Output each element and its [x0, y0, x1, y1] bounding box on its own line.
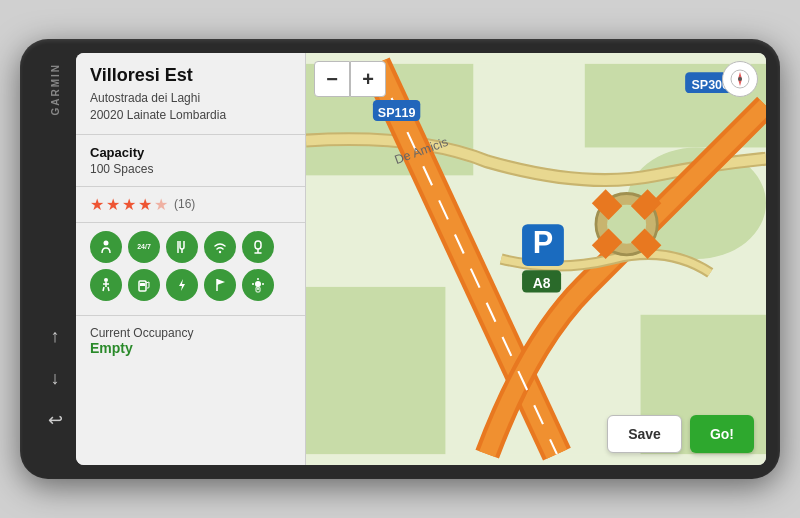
- compass-button[interactable]: [722, 61, 758, 97]
- star-4: ★: [138, 195, 152, 214]
- rating-count: (16): [174, 197, 195, 211]
- occupancy-section: Current Occupancy Empty: [76, 316, 305, 366]
- amenity-24h-icon[interactable]: 24/7: [128, 231, 160, 263]
- poi-header: Villoresi Est Autostrada dei Laghi 20020…: [76, 53, 305, 135]
- capacity-value: 100 Spaces: [90, 162, 291, 176]
- go-button[interactable]: Go!: [690, 415, 754, 453]
- save-button[interactable]: Save: [607, 415, 682, 453]
- address-line2: 20020 Lainate Lombardia: [90, 108, 226, 122]
- amenity-restaurant-icon[interactable]: [166, 231, 198, 263]
- svg-rect-4: [255, 241, 261, 249]
- occupancy-value: Empty: [90, 340, 291, 356]
- amenity-row-2: [90, 269, 291, 301]
- svg-point-34: [738, 77, 742, 81]
- poi-address: Autostrada dei Laghi 20020 Lainate Lomba…: [90, 90, 291, 124]
- star-3: ★: [122, 195, 136, 214]
- zoom-out-button[interactable]: −: [314, 61, 350, 97]
- svg-text:SP119: SP119: [378, 106, 416, 120]
- zoom-in-button[interactable]: +: [350, 61, 386, 97]
- poi-name: Villoresi Est: [90, 65, 291, 86]
- svg-point-3: [219, 250, 221, 252]
- brand-logo: GARMIN: [50, 63, 61, 116]
- svg-rect-19: [306, 287, 445, 454]
- amenities-section: 24/7: [76, 223, 305, 316]
- svg-rect-8: [140, 283, 145, 286]
- info-panel: Villoresi Est Autostrada dei Laghi 20020…: [76, 53, 306, 465]
- map-panel[interactable]: P A8 SP119 SP300 De Amicis − +: [306, 53, 766, 465]
- star-2: ★: [106, 195, 120, 214]
- amenity-flag-icon[interactable]: [204, 269, 236, 301]
- action-buttons: Save Go!: [607, 415, 754, 453]
- down-button[interactable]: ↓: [40, 363, 70, 393]
- amenity-wifi-icon[interactable]: [204, 231, 236, 263]
- svg-point-6: [104, 278, 108, 282]
- capacity-section: Capacity 100 Spaces: [76, 135, 305, 187]
- address-line1: Autostrada dei Laghi: [90, 91, 200, 105]
- svg-point-10: [255, 281, 261, 287]
- star-1: ★: [90, 195, 104, 214]
- amenity-shower-icon[interactable]: [242, 231, 274, 263]
- occupancy-label: Current Occupancy: [90, 326, 291, 340]
- map-zoom-controls: − +: [314, 61, 386, 97]
- amenity-fuel-icon[interactable]: [128, 269, 160, 301]
- up-button[interactable]: ↑: [40, 321, 70, 351]
- amenity-person-icon[interactable]: [90, 231, 122, 263]
- star-rating: ★ ★ ★ ★ ★: [90, 195, 168, 214]
- back-button[interactable]: ↩: [40, 405, 70, 435]
- rating-section: ★ ★ ★ ★ ★ (16): [76, 187, 305, 223]
- capacity-label: Capacity: [90, 145, 291, 160]
- star-5: ★: [154, 195, 168, 214]
- svg-point-0: [104, 240, 109, 245]
- screen: Villoresi Est Autostrada dei Laghi 20020…: [76, 53, 766, 465]
- amenity-light-icon[interactable]: [242, 269, 274, 301]
- svg-text:P: P: [533, 225, 553, 259]
- amenity-row-1: 24/7: [90, 231, 291, 263]
- svg-text:A8: A8: [533, 275, 551, 291]
- amenity-electric-icon[interactable]: [166, 269, 198, 301]
- nav-controls: ↑ ↓ ↩: [40, 321, 70, 435]
- amenity-accessible-icon[interactable]: [90, 269, 122, 301]
- garmin-device: GARMIN ↑ ↓ ↩ Villoresi Est Autostrada de…: [20, 39, 780, 479]
- device-left-panel: GARMIN ↑ ↓ ↩: [34, 53, 76, 465]
